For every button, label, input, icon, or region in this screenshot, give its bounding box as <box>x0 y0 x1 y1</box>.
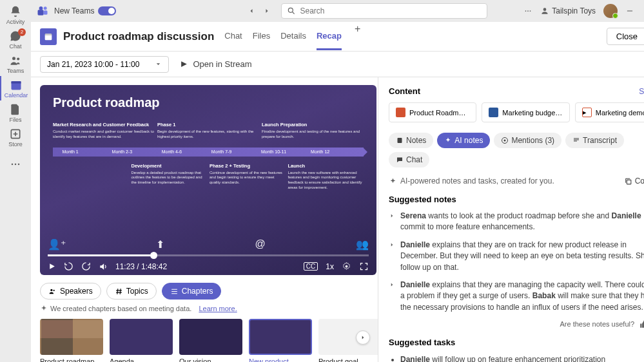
time-range-select[interactable]: Jan 21, 2023 10:00 - 11:00 <box>40 56 169 73</box>
file-card[interactable]: ▸Marketing demo... <box>575 102 644 122</box>
left-panel: Product roadmap Market Research and Cust… <box>31 77 378 362</box>
volume-icon[interactable] <box>99 262 108 271</box>
more-icon <box>9 158 22 171</box>
pill-notes[interactable]: Notes <box>389 133 433 148</box>
pill-speakers[interactable]: Speakers <box>40 283 101 300</box>
files-icon <box>9 103 22 116</box>
svg-point-22 <box>50 289 52 291</box>
nav-back[interactable] <box>245 5 258 17</box>
pill-mentions[interactable]: Mentions (3) <box>494 133 561 148</box>
chapters-list: Product roadmap review39:08 Agenda39:08 … <box>40 319 369 362</box>
minimize-button[interactable] <box>625 6 634 15</box>
skip-back-icon[interactable] <box>64 262 73 271</box>
tab-add[interactable]: + <box>352 23 363 50</box>
presence-available-icon <box>612 13 618 19</box>
copy-all-button[interactable]: Copy all <box>624 176 644 186</box>
tab-recap[interactable]: Recap <box>317 23 342 50</box>
play-icon[interactable] <box>48 262 56 271</box>
pill-chat[interactable]: Chat <box>389 152 429 167</box>
people-icon <box>9 54 22 67</box>
chapter-card[interactable]: Our vision39:08 <box>179 319 242 362</box>
sidebar-calendar[interactable]: Calendar <box>0 76 31 100</box>
at-icon <box>501 137 509 144</box>
speed-button[interactable]: 1x <box>326 262 334 271</box>
svg-rect-19 <box>45 33 52 35</box>
roadmap-bottom-row: DevelopmentDevelop a detailed product ro… <box>53 163 364 191</box>
meeting-header: Product roadmap discussion Chat Files De… <box>31 22 644 52</box>
search-box[interactable] <box>281 3 487 19</box>
tenant-switcher[interactable]: Tailspin Toys <box>540 6 596 15</box>
pill-transcript[interactable]: Transcript <box>565 133 624 148</box>
svg-rect-27 <box>627 180 631 184</box>
new-teams-toggle[interactable] <box>98 6 116 15</box>
suggested-tasks-heading: Suggested tasks <box>389 338 644 347</box>
nav-forward[interactable] <box>260 5 273 17</box>
see-all-link[interactable]: See all <box>639 87 644 96</box>
task-list: Danielle will follow up on feature enhan… <box>389 354 644 362</box>
word-icon <box>489 108 498 117</box>
mention-icon[interactable]: @ <box>255 238 266 251</box>
sidebar-more[interactable] <box>0 152 31 176</box>
add-person-icon[interactable]: 👤⁺ <box>48 238 66 251</box>
svg-point-5 <box>12 164 14 166</box>
chapter-card[interactable]: Agenda39:08 <box>110 319 173 362</box>
svg-point-23 <box>54 289 55 291</box>
video-progress[interactable] <box>48 254 369 256</box>
more-horizontal-icon[interactable] <box>523 6 532 15</box>
chevron-right-icon <box>263 7 271 15</box>
ai-description: AI-powered notes and tasks, created for … <box>400 176 554 186</box>
thumbs-up-icon[interactable] <box>639 319 644 329</box>
learn-more-link[interactable]: Learn more. <box>199 305 237 312</box>
roadmap-top-row: Market Research and Customer FeedbackCon… <box>53 122 364 140</box>
topbar: New Teams Tailspin Toys <box>31 0 644 22</box>
search-input[interactable] <box>300 6 482 15</box>
sidebar-activity[interactable]: Activity <box>0 3 31 27</box>
tab-files[interactable]: Files <box>253 23 270 50</box>
chapter-card[interactable]: Product roadmap review39:08 <box>40 319 103 362</box>
sidebar-store[interactable]: Store <box>0 125 31 149</box>
meeting-calendar-icon <box>40 28 57 45</box>
sidebar-files[interactable]: Files <box>0 100 31 125</box>
svg-point-6 <box>15 164 17 166</box>
chapter-card[interactable]: New product roadmap39:08 <box>249 319 312 362</box>
chat-bubble-icon <box>396 156 404 164</box>
pill-topics[interactable]: Topics <box>106 283 157 300</box>
teams-logo-icon <box>36 5 49 17</box>
sidebar-chat[interactable]: 2 Chat <box>0 27 31 52</box>
powerpoint-icon <box>396 108 405 117</box>
file-card[interactable]: Product Roadmap... <box>389 102 476 122</box>
app-sidebar: Activity 2 Chat Teams Calendar Files Sto… <box>0 0 31 362</box>
close-button[interactable]: Close <box>607 28 644 45</box>
note-item: Danielle explains that they are managing… <box>389 280 644 313</box>
user-avatar[interactable] <box>603 4 618 18</box>
chevron-right-icon[interactable] <box>389 213 395 219</box>
pill-ai-notes[interactable]: AI notes <box>437 133 490 148</box>
people-overlay-icon[interactable]: 👥 <box>356 238 369 251</box>
sidebar-teams[interactable]: Teams <box>0 52 31 76</box>
svg-point-15 <box>530 10 531 12</box>
note-feedback: Are these notes useful? <box>389 319 644 329</box>
task-item: Danielle will follow up on feature enhan… <box>400 354 644 362</box>
settings-icon[interactable] <box>342 262 351 271</box>
video-player[interactable]: Product roadmap Market Research and Cust… <box>40 85 376 275</box>
slide-title: Product roadmap <box>53 95 364 110</box>
note-item: Danielle explains that they are on track… <box>389 240 644 273</box>
file-card[interactable]: Marketing budget... <box>482 102 569 122</box>
page-title: Product roadmap discussion <box>63 30 214 43</box>
cc-button[interactable]: CC <box>304 262 318 271</box>
calendar-icon <box>10 79 23 91</box>
tab-details[interactable]: Details <box>280 23 306 50</box>
upload-icon[interactable]: ⬆ <box>156 238 164 251</box>
chat-badge: 2 <box>18 28 26 36</box>
chapter-info: We created chapters based on meeting dat… <box>40 305 369 312</box>
tab-chat[interactable]: Chat <box>224 23 242 50</box>
fullscreen-icon[interactable] <box>359 262 369 271</box>
open-in-stream[interactable]: Open in Stream <box>179 59 251 69</box>
chevron-right-icon[interactable] <box>389 281 395 288</box>
chevron-down-icon <box>155 61 162 68</box>
chapters-next[interactable] <box>356 330 370 345</box>
pill-chapters[interactable]: Chapters <box>162 283 222 300</box>
skip-forward-icon[interactable] <box>81 262 91 271</box>
chevron-right-icon[interactable] <box>389 242 395 248</box>
content-heading: Content <box>389 86 420 96</box>
